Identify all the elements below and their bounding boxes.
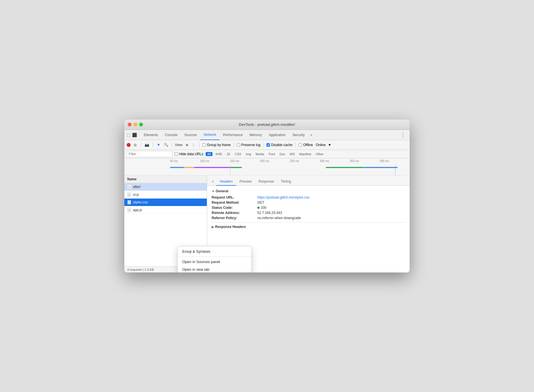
main-content: Name ▢ after/ ▢ ui.js ▢ styles.css ▢ app… — [124, 175, 410, 272]
ctx-open-tab[interactable]: Open in new tab — [178, 266, 251, 272]
tab-more[interactable]: » — [308, 130, 315, 140]
filter-input-wrap — [127, 151, 172, 157]
tab-console[interactable]: Console — [161, 130, 181, 140]
status-dot — [257, 207, 260, 209]
network-throttle-dropdown[interactable]: ▼ — [328, 143, 331, 147]
detail-key-request-url: Request URL: — [212, 195, 257, 199]
filter-other[interactable]: Other — [314, 152, 325, 156]
detail-val-status: 200 — [257, 206, 266, 210]
tab-memory[interactable]: Memory — [246, 130, 265, 140]
filter-doc[interactable]: Doc — [278, 152, 287, 156]
online-label: Online — [316, 143, 326, 147]
maximize-button[interactable] — [139, 123, 143, 126]
offline-checkbox[interactable] — [298, 143, 302, 147]
timeline-bar-5 — [326, 167, 364, 168]
view-waterfall-icon[interactable]: ⋮ — [191, 143, 196, 147]
stop-recording-icon[interactable]: ⊘ — [132, 142, 138, 148]
device-toggle-icon[interactable]: ⬛ — [132, 133, 137, 137]
filter-img[interactable]: Img — [244, 152, 253, 156]
timeline-bar-6 — [364, 167, 398, 168]
record-button[interactable] — [127, 143, 131, 147]
sep7 — [295, 142, 296, 148]
tab-sources[interactable]: Sources — [181, 130, 200, 140]
sep2 — [153, 142, 153, 148]
filter-xhr[interactable]: XHR — [214, 152, 224, 156]
file-item-appjs[interactable]: ▢ app.js — [124, 206, 207, 214]
timeline-bar-3 — [194, 167, 230, 168]
details-tabs: × Headers Preview Response Timing — [207, 175, 410, 186]
filter-manifest[interactable]: Manifest — [298, 152, 313, 156]
filter-input[interactable] — [129, 152, 170, 156]
file-item-uijs[interactable]: ▢ ui.js — [124, 191, 207, 199]
timeline-label-3: 150 ms — [230, 159, 260, 163]
hide-data-urls-label: Hide data URLs — [179, 152, 203, 156]
preserve-log-label: Preserve log — [241, 143, 260, 147]
tab-network[interactable]: Network — [200, 130, 220, 140]
tab-preview[interactable]: Preview — [236, 178, 255, 186]
ctx-sep-1 — [178, 256, 251, 257]
file-item-after[interactable]: ▢ after/ — [124, 183, 207, 191]
window-title: DevTools - preload.glitch.me/after/ — [239, 122, 295, 127]
section-divider — [212, 222, 405, 223]
tab-security[interactable]: Security — [289, 130, 308, 140]
detail-val-request-url: https://preload.glitch.me/styles.css — [257, 195, 310, 199]
tab-response[interactable]: Response — [255, 178, 277, 186]
timeline-row: 50 ms 100 ms 150 ms 200 ms 250 ms 300 ms… — [124, 158, 410, 175]
filter-font[interactable]: Font — [267, 152, 277, 156]
hide-data-urls-group: Hide data URLs — [175, 152, 203, 156]
timeline-label-2: 100 ms — [200, 159, 230, 163]
detail-key-status: Status Code: — [212, 206, 257, 210]
filter-js[interactable]: JS — [225, 152, 232, 156]
preserve-log-checkbox[interactable] — [237, 143, 240, 147]
minimize-button[interactable] — [134, 123, 137, 126]
ctx-open-sources-label: Open in Sources panel — [182, 260, 220, 264]
detail-status: Status Code: 200 — [212, 206, 405, 210]
tab-timing[interactable]: Timing — [277, 178, 294, 186]
group-by-frame-checkbox[interactable] — [202, 143, 206, 147]
timeline-label-4: 200 ms — [260, 159, 290, 163]
detail-referrer: Referrer Policy: no-referrer-when-downgr… — [212, 216, 405, 220]
timeline-bar-4 — [230, 167, 242, 168]
group-by-frame-group: Group by frame — [202, 143, 230, 147]
file-item-stylescss[interactable]: ▢ styles.css — [124, 199, 207, 206]
details-content: ▼ General Request URL: https://preload.g… — [207, 186, 410, 235]
more-options-icon[interactable]: ⋮ — [399, 132, 407, 138]
context-menu-main: Emoji & Symbols Open in Sources panel Op… — [177, 246, 252, 272]
disable-cache-group: Disable cache — [266, 143, 292, 147]
file-list-header: Name — [124, 175, 207, 183]
view-list-icon[interactable]: ≡ — [185, 143, 189, 147]
detail-val-address: 52.7.166.25:443 — [257, 211, 282, 215]
details-close[interactable]: × — [209, 177, 216, 185]
triangle-icon: ▼ — [212, 190, 215, 193]
devtools-window: DevTools - preload.glitch.me/after/ ⬚ ⬛ … — [124, 120, 410, 272]
close-button[interactable] — [128, 123, 132, 126]
tab-elements[interactable]: Elements — [140, 130, 161, 140]
detail-key-method: Request Method: — [212, 201, 257, 205]
view-label: View: — [175, 143, 183, 147]
detail-request-url: Request URL: https://preload.glitch.me/s… — [212, 195, 405, 199]
sep5 — [234, 142, 234, 148]
tab-performance[interactable]: Performance — [220, 130, 246, 140]
file-icon-uijs: ▢ — [127, 192, 131, 197]
ctx-emoji-symbols[interactable]: Emoji & Symbols — [178, 248, 251, 255]
tab-application[interactable]: Application — [265, 130, 289, 140]
detail-key-address: Remote Address: — [212, 211, 257, 215]
timeline-labels: 50 ms 100 ms 150 ms 200 ms 250 ms 300 ms… — [170, 159, 410, 163]
camera-icon[interactable]: 📷 — [144, 142, 150, 148]
filter-all[interactable]: All — [206, 152, 213, 156]
sep1 — [141, 142, 141, 148]
status-text: 4 requests | 1.3 KB — [127, 268, 154, 271]
timeline-label-8: 400 ms — [380, 159, 410, 163]
sep6 — [263, 142, 264, 148]
search-icon[interactable]: 🔍 — [163, 142, 169, 148]
timeline-bar-1 — [170, 167, 184, 168]
tab-headers[interactable]: Headers — [216, 178, 236, 186]
hide-data-urls-checkbox[interactable] — [175, 152, 178, 156]
filter-icon[interactable]: ▼ — [156, 142, 161, 148]
disable-cache-checkbox[interactable] — [266, 143, 270, 147]
filter-row: Hide data URLs All XHR JS CSS Img Media … — [124, 150, 410, 158]
filter-media[interactable]: Media — [254, 152, 266, 156]
filter-ws[interactable]: WS — [288, 152, 297, 156]
ctx-open-sources[interactable]: Open in Sources panel — [178, 258, 251, 266]
filter-css[interactable]: CSS — [233, 152, 243, 156]
